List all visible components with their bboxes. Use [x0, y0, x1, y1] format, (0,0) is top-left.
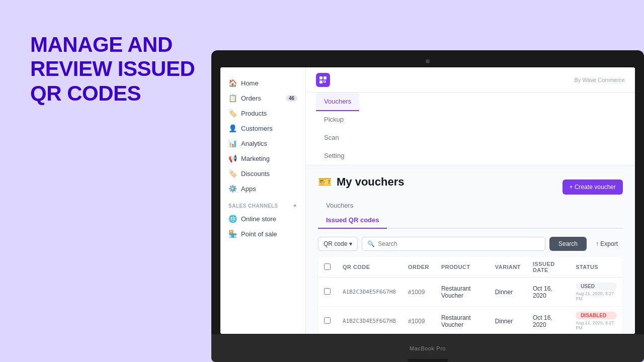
variant-cell: Dinner [489, 307, 527, 334]
qr-dropdown[interactable]: QR code ▾ [318, 237, 358, 251]
sidebar-item-discounts[interactable]: 🏷️ Discounts [220, 166, 305, 181]
add-channel-icon[interactable]: ＋ [292, 202, 298, 209]
sales-channels-label: SALES CHANNELS ＋ [220, 196, 305, 211]
row-checkbox-cell [318, 307, 337, 334]
sidebar-label: Marketing [241, 155, 270, 162]
qr-code-cell: A1B2C3D4E5F6G7H8 [337, 278, 402, 307]
col-header-product: PRODUCT [435, 257, 489, 278]
export-button[interactable]: ↑ Export [591, 237, 623, 250]
sidebar-item-customers[interactable]: 👤 Customers [220, 121, 305, 136]
page-title: My vouchers [337, 175, 405, 189]
toolbar: QR code ▾ 🔍 Search ↑ Export [318, 237, 623, 251]
sidebar-label: Products [241, 110, 267, 117]
channel-icon: 🌐 [228, 215, 237, 223]
variant-cell: Dinner [489, 278, 527, 307]
sidebar-item-analytics[interactable]: 📊 Analytics [220, 136, 305, 151]
svg-rect-0 [319, 76, 323, 79]
svg-rect-1 [324, 76, 327, 79]
search-button[interactable]: Search [549, 237, 587, 251]
sidebar-label: Customers [241, 125, 273, 132]
sub-tab-issued-qr-codes[interactable]: Issued QR codes [318, 213, 387, 229]
table-header-checkbox [318, 257, 337, 278]
channel-item-online-store[interactable]: 🌐 Online store [220, 211, 305, 226]
sidebar-label: Orders [241, 95, 261, 102]
create-voucher-button[interactable]: + Create voucher [562, 179, 623, 195]
product-cell: Restaurant Voucher [435, 278, 489, 307]
camera-dot [426, 59, 430, 63]
sidebar-icon-customers: 👤 [228, 124, 237, 132]
search-icon: 🔍 [367, 240, 375, 247]
sidebar-icon-products: 🏷️ [228, 109, 237, 117]
status-cell: USEDAug 21, 2020, 3:27 PM [570, 278, 623, 307]
sidebar-icon-apps: ⚙️ [228, 185, 237, 193]
channel-item-point-of-sale[interactable]: 🏪 Point of sale [220, 226, 305, 241]
tab-setting[interactable]: Setting [316, 147, 359, 165]
sidebar-item-orders[interactable]: 📋 Orders 46 [220, 90, 305, 106]
status-sub-text: Aug 21, 2020, 3:27 PM [576, 320, 617, 330]
hero-text: MANAGE AND REVIEW ISSUED QR CODES [30, 33, 201, 106]
status-badge-used: USED [576, 283, 617, 290]
svg-rect-2 [319, 80, 323, 83]
col-header-variant: VARIANT [489, 257, 527, 278]
issued-date-cell: Oct 16, 2020 [527, 278, 570, 307]
channel-label: Point of sale [241, 230, 277, 238]
sidebar-icon-marketing: 📢 [228, 154, 237, 162]
col-header-status: STATUS [570, 257, 623, 278]
screen: 🏠 Home 📋 Orders 46🏷️ Products 👤 Customer… [220, 67, 635, 334]
issued-date-cell: Oct 16, 2020 [527, 307, 570, 334]
app-header-by-text: By Wave Commerce [575, 77, 625, 83]
issued-qr-table: QR CODEORDERPRODUCTVARIANTISSUED DATESTA… [318, 257, 623, 334]
laptop-bottom: MacBook Pro [211, 334, 644, 362]
order-cell: #1009 [402, 307, 435, 334]
main-content: By Wave Commerce VouchersPickupScanSetti… [306, 67, 635, 334]
sidebar-icon-orders: 📋 [228, 94, 237, 102]
sidebar-icon-home: 🏠 [228, 79, 237, 87]
product-cell: Restaurant Voucher [435, 307, 489, 334]
status-cell: DISABLEDAug 21, 2020, 3:27 PM [570, 307, 623, 334]
chevron-down-icon: ▾ [349, 240, 352, 247]
status-sub-text: Aug 21, 2020, 3:27 PM [576, 291, 617, 301]
channel-label: Online store [241, 215, 276, 223]
col-header-issued-date: ISSUED DATE [527, 257, 570, 278]
app-logo-icon [316, 73, 330, 87]
sidebar-label: Analytics [241, 140, 267, 147]
qr-code-cell: A1B2C3D4E5F6G7H8 [337, 307, 402, 334]
col-header-order: ORDER [402, 257, 435, 278]
page-body: 🎫 My vouchers + Create voucher VouchersI… [306, 165, 635, 334]
status-badge-disabled: DISABLED [576, 312, 617, 319]
table-row: A1B2C3D4E5F6G7H8 #1009 Restaurant Vouche… [318, 278, 623, 307]
sidebar-item-products[interactable]: 🏷️ Products [220, 106, 305, 121]
create-voucher-label: + Create voucher [570, 184, 616, 191]
tab-pickup[interactable]: Pickup [316, 111, 359, 129]
tab-scan[interactable]: Scan [316, 129, 359, 147]
sub-tabs: VouchersIssued QR codes [318, 199, 623, 229]
search-input[interactable] [378, 240, 540, 247]
sidebar-item-apps[interactable]: ⚙️ Apps [220, 181, 305, 196]
qr-dropdown-label: QR code [324, 240, 347, 247]
select-all-checkbox[interactable] [324, 263, 331, 270]
sidebar-item-home[interactable]: 🏠 Home [220, 75, 305, 90]
table-row: A1B2C3D4E5F6G7H8 #1009 Restaurant Vouche… [318, 307, 623, 334]
sub-tab-vouchers[interactable]: Vouchers [318, 199, 387, 214]
tab-vouchers[interactable]: Vouchers [316, 93, 359, 111]
channel-icon: 🏪 [228, 230, 237, 238]
app-header: By Wave Commerce [306, 67, 635, 93]
sidebar: 🏠 Home 📋 Orders 46🏷️ Products 👤 Customer… [220, 67, 306, 334]
laptop-wrapper: 🏠 Home 📋 Orders 46🏷️ Products 👤 Customer… [211, 50, 644, 362]
sidebar-item-marketing[interactable]: 📢 Marketing [220, 151, 305, 166]
col-header-qr-code: QR CODE [337, 257, 402, 278]
tabs-bar: VouchersPickupScanSetting [306, 93, 635, 165]
sidebar-icon-discounts: 🏷️ [228, 169, 237, 177]
row-checkbox-cell [318, 278, 337, 307]
sidebar-label: Discounts [241, 170, 270, 177]
laptop-model-label: MacBook Pro [410, 345, 446, 351]
hero-title: MANAGE AND REVIEW ISSUED QR CODES [30, 33, 201, 106]
laptop-notch [408, 359, 448, 362]
page-title-emoji: 🎫 [318, 175, 332, 189]
row-checkbox[interactable] [324, 288, 331, 295]
row-checkbox[interactable] [324, 317, 331, 324]
sidebar-icon-analytics: 📊 [228, 139, 237, 147]
sidebar-label: Home [241, 79, 259, 87]
laptop-bezel: 🏠 Home 📋 Orders 46🏷️ Products 👤 Customer… [211, 50, 644, 337]
sidebar-label: Apps [241, 185, 256, 193]
